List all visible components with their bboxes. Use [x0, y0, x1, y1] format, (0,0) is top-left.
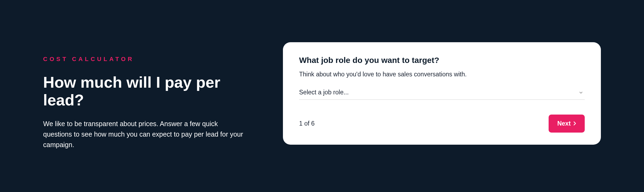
calculator-container: COST CALCULATOR How much will I pay per … [43, 42, 601, 150]
calculator-card: What job role do you want to target? Thi… [283, 42, 601, 145]
chevron-right-icon [573, 120, 576, 127]
intro-section: COST CALCULATOR How much will I pay per … [43, 42, 248, 150]
step-indicator: 1 of 6 [299, 120, 315, 127]
question-title: What job role do you want to target? [299, 56, 585, 65]
eyebrow-label: COST CALCULATOR [43, 56, 248, 63]
job-role-select[interactable]: Select a job role... [299, 86, 585, 100]
select-wrapper: Select a job role... [299, 86, 585, 100]
next-button-label: Next [557, 120, 571, 127]
page-description: We like to be transparent about prices. … [43, 119, 248, 150]
next-button[interactable]: Next [549, 115, 585, 133]
page-heading: How much will I pay per lead? [43, 73, 248, 109]
question-subtitle: Think about who you'd love to have sales… [299, 71, 585, 78]
card-footer: 1 of 6 Next [299, 115, 585, 133]
